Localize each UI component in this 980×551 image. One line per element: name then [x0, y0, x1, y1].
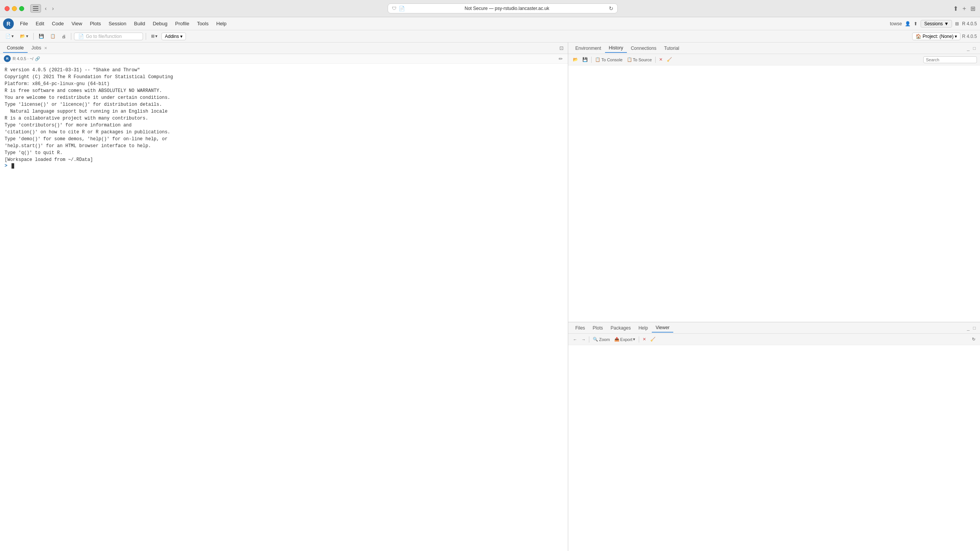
menu-edit[interactable]: Edit: [33, 20, 47, 27]
tab-connections[interactable]: Connections: [627, 44, 660, 52]
console-clear-button[interactable]: ✏: [557, 56, 564, 62]
menu-code[interactable]: Code: [49, 20, 67, 27]
addins-button[interactable]: Addins ▾: [161, 33, 186, 40]
tab-environment[interactable]: Environment: [571, 44, 605, 52]
menu-right: towse 👤 ⬆ Sessions ▼ ⊞ R 4.0.5: [890, 20, 977, 28]
right-top-maximize-button[interactable]: □: [972, 45, 977, 51]
tab-console[interactable]: Console: [3, 44, 28, 53]
menu-build[interactable]: Build: [131, 20, 148, 27]
jobs-tab-close[interactable]: ✕: [44, 46, 47, 50]
toolbar-separator-2: [71, 33, 71, 40]
save-button[interactable]: 💾: [36, 33, 46, 40]
minimize-button[interactable]: [12, 6, 17, 11]
export-button[interactable]: 📤 Export ▾: [613, 336, 637, 342]
url-text: Not Secure — psy-rstudio.lancaster.ac.uk: [407, 6, 607, 11]
console-input-line[interactable]: >: [5, 163, 563, 169]
right-bottom-maximize-button[interactable]: □: [972, 325, 977, 331]
menu-session[interactable]: Session: [105, 20, 129, 27]
reload-button[interactable]: ↻: [609, 5, 613, 11]
back-button[interactable]: ←: [571, 337, 579, 342]
menu-help[interactable]: Help: [213, 20, 230, 27]
console-r-icon: R: [4, 55, 11, 62]
forward-button[interactable]: →: [580, 337, 587, 342]
refresh-viewer-button[interactable]: ↻: [970, 336, 977, 342]
svg-rect-0: [33, 6, 38, 7]
history-toolbar-sep-1: [591, 57, 592, 63]
console-prompt: >: [5, 163, 7, 169]
right-bottom-minimize-button[interactable]: _: [966, 325, 971, 331]
sessions-button[interactable]: Sessions ▼: [921, 20, 952, 28]
history-toolbar-sep-2: [655, 57, 656, 63]
console-header: R R 4.0.5 · ~/ 🔗 ✏: [0, 54, 568, 64]
clear-viewer-button[interactable]: 🧹: [649, 336, 657, 342]
open-button[interactable]: 📂 ▾: [18, 33, 31, 40]
console-maximize-button[interactable]: ⊡: [558, 45, 565, 51]
delete-viewer-button[interactable]: ✕: [641, 336, 648, 342]
project-button[interactable]: 🏠 Project: (None) ▾: [912, 33, 960, 40]
tab-jobs[interactable]: Jobs ✕: [28, 44, 51, 53]
history-search-input[interactable]: [923, 56, 977, 63]
forward-button[interactable]: ›: [51, 5, 56, 12]
right-panel: Environment History Connections Tutorial…: [568, 43, 980, 551]
viewer-content: [568, 345, 980, 551]
workspace-icon: ⊞: [151, 34, 155, 39]
load-history-button[interactable]: 📂: [571, 57, 580, 62]
load-icon: 📂: [573, 57, 578, 62]
tab-files[interactable]: Files: [571, 324, 589, 332]
right-top-minimize-button[interactable]: _: [966, 45, 971, 51]
tab-history[interactable]: History: [605, 44, 627, 53]
main-content: Console Jobs ✕ ⊡ R R 4.0.5 · ~/ 🔗 ✏: [0, 43, 980, 551]
maximize-button[interactable]: [19, 6, 24, 11]
tab-plots[interactable]: Plots: [589, 324, 607, 332]
to-console-icon: 📋: [595, 57, 600, 62]
broom-viewer-icon: 🧹: [650, 337, 656, 342]
tab-packages[interactable]: Packages: [607, 324, 635, 332]
sidebar-toggle-button[interactable]: [30, 4, 41, 13]
workspace-dropdown-icon: ▾: [155, 34, 158, 39]
back-button[interactable]: ‹: [43, 5, 48, 12]
tab-tutorial[interactable]: Tutorial: [660, 44, 683, 52]
menu-profile[interactable]: Profile: [172, 20, 192, 27]
to-console-button[interactable]: 📋 To Console: [594, 57, 624, 62]
console-output-line-4: Platform: x86_64-pc-linux-gnu (64-bit): [5, 80, 563, 87]
menu-plots[interactable]: Plots: [87, 20, 104, 27]
print-button[interactable]: 🖨: [59, 33, 68, 40]
save-icon: 💾: [39, 34, 44, 39]
menu-file[interactable]: File: [17, 20, 31, 27]
delete-history-button[interactable]: ✕: [658, 57, 664, 62]
menu-debug[interactable]: Debug: [150, 20, 170, 27]
history-toolbar: 📂 💾 📋 To Console 📋 To Source: [568, 54, 980, 66]
workspace-button[interactable]: ⊞ ▾: [149, 33, 160, 40]
upload-icon: ⬆: [914, 21, 918, 26]
tabs-icon[interactable]: ⊞: [970, 5, 975, 12]
export-dropdown-icon: ▾: [633, 337, 635, 342]
menu-tools[interactable]: Tools: [194, 20, 212, 27]
save-history-button[interactable]: 💾: [581, 57, 589, 62]
shield-icon: 🛡: [392, 6, 396, 11]
toolbar-separator-3: [146, 33, 146, 40]
save-all-button[interactable]: 📋: [48, 33, 58, 40]
url-bar[interactable]: 🛡 📄 Not Secure — psy-rstudio.lancaster.a…: [388, 3, 618, 13]
console-r-version: R 4.0.5: [13, 56, 26, 61]
goto-file-button[interactable]: 📄 Go to file/function: [74, 33, 143, 40]
new-script-button[interactable]: 📄 ▾: [3, 33, 16, 40]
console-area[interactable]: R version 4.0.5 (2021-03-31) -- "Shake a…: [0, 64, 568, 551]
new-tab-icon[interactable]: ＋: [961, 5, 967, 13]
close-button[interactable]: [5, 6, 10, 11]
to-source-button[interactable]: 📋 To Source: [625, 57, 654, 62]
clear-history-button[interactable]: 🧹: [665, 57, 674, 62]
tab-help[interactable]: Help: [635, 324, 652, 332]
tab-viewer[interactable]: Viewer: [652, 323, 673, 333]
forward-icon: →: [581, 337, 585, 342]
to-source-icon: 📋: [627, 57, 632, 62]
refresh-icon: ↻: [972, 337, 975, 342]
new-script-icon: 📄: [5, 34, 11, 39]
zoom-button[interactable]: 🔍 Zoom: [591, 336, 611, 342]
menubar: R File Edit Code View Plots Session Buil…: [0, 17, 980, 30]
save-all-icon: 📋: [50, 34, 56, 39]
share-icon[interactable]: ⬆: [953, 5, 958, 12]
user-icon: 👤: [905, 21, 911, 26]
console-path: ~/: [30, 56, 33, 61]
menu-view[interactable]: View: [68, 20, 85, 27]
right-top-panel: Environment History Connections Tutorial…: [568, 43, 980, 322]
